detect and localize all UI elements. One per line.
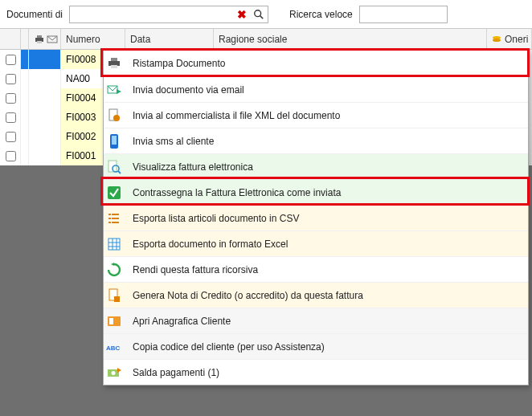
documenti-label: Documenti di	[6, 9, 63, 20]
svg-rect-3	[37, 35, 42, 38]
ricerca-label: Ricerca veloce	[289, 9, 353, 20]
context-menu: Ristampa Documento Invia documento via e…	[103, 50, 529, 385]
ctx-salda-label: Salda pagamenti (1)	[125, 367, 219, 378]
ctx-view-fe[interactable]: Visualizza fattura elettronica	[104, 153, 528, 179]
row-checkbox-cell	[0, 127, 21, 146]
coins-icon	[492, 35, 501, 43]
svg-line-19	[118, 171, 121, 173]
row-sel-cell	[21, 50, 29, 69]
ctx-csv[interactable]: Esporta lista articoli documento in CSV	[104, 205, 528, 230]
row-checkbox-cell	[0, 108, 21, 127]
svg-rect-21	[108, 214, 111, 215]
toolbar: Documenti di ✖ Ricerca veloce	[0, 0, 532, 29]
header-icons-col	[29, 29, 61, 49]
svg-rect-26	[112, 222, 119, 223]
table-icon	[104, 238, 125, 251]
row-sel-cell	[21, 69, 29, 88]
ctx-anagrafica-label: Apri Anagrafica Cliente	[125, 316, 231, 327]
row-sel-cell	[21, 127, 29, 146]
ctx-xml[interactable]: Invia al commercialista il file XML del …	[104, 102, 528, 128]
mail-send-icon	[104, 84, 125, 96]
row-icons-cell	[29, 127, 61, 146]
row-checkbox[interactable]	[6, 112, 16, 123]
svg-rect-27	[108, 239, 120, 250]
row-sel-cell	[21, 108, 29, 127]
column-headers: Numero Data Ragione sociale Oneri	[0, 29, 532, 50]
svg-point-39	[112, 371, 116, 375]
svg-rect-24	[112, 218, 119, 219]
doc-plus-icon	[104, 288, 125, 303]
row-checkbox[interactable]	[6, 55, 16, 65]
ctx-recursive[interactable]: Rendi questa fattura ricorsiva	[104, 256, 528, 282]
ctx-copy-code-label: Copia codice del cliente (per uso Assist…	[125, 341, 325, 353]
abc-icon: ABC	[104, 342, 125, 352]
clear-icon[interactable]: ✖	[234, 8, 250, 21]
ricerca-veloce-wrap	[359, 6, 448, 23]
svg-rect-25	[108, 222, 111, 223]
documents-grid: Numero Data Ragione sociale Oneri FI0008…	[0, 29, 532, 416]
svg-rect-23	[108, 218, 111, 219]
ctx-excel[interactable]: Esporta documento in formato Excel	[104, 230, 528, 256]
row-checkbox-cell	[0, 50, 21, 69]
ctx-xml-label: Invia al commercialista il file XML del …	[125, 110, 340, 121]
row-icons-cell	[29, 146, 61, 165]
row-icons-cell	[29, 50, 61, 69]
ctx-anagrafica[interactable]: Apri Anagrafica Cliente	[104, 308, 528, 333]
ctx-mark-sent-label: Contrassegna la Fattura Elettronica come…	[125, 187, 341, 198]
ctx-salda[interactable]: Salda pagamenti (1)	[104, 359, 528, 385]
ctx-copy-code[interactable]: ABC Copia codice del cliente (per uso As…	[104, 333, 528, 359]
ctx-recursive-label: Rendi questa fattura ricorsiva	[125, 264, 258, 275]
svg-marker-32	[111, 263, 114, 266]
file-xml-icon	[104, 108, 125, 123]
ctx-nota-credito-label: Genera Nota di Credito (o accredito) da …	[125, 290, 363, 301]
svg-marker-12	[117, 89, 121, 94]
header-sel-col	[21, 29, 29, 49]
printer-icon	[104, 57, 125, 70]
ctx-view-fe-label: Visualizza fattura elettronica	[125, 161, 253, 173]
ctx-ristampa[interactable]: Ristampa Documento	[104, 51, 528, 76]
row-checkbox-cell	[0, 69, 21, 88]
documenti-search-input[interactable]	[70, 7, 234, 22]
row-icons-cell	[29, 69, 61, 88]
row-checkbox-cell	[0, 146, 21, 165]
ctx-excel-label: Esporta documento in formato Excel	[125, 239, 288, 250]
row-checkbox[interactable]	[6, 132, 16, 142]
phone-icon	[104, 134, 125, 149]
ctx-mark-sent[interactable]: Contrassegna la Fattura Elettronica come…	[104, 179, 528, 205]
row-icons-cell	[29, 108, 61, 127]
header-checkbox-col	[0, 29, 21, 49]
header-oneri[interactable]: Oneri	[487, 29, 532, 49]
svg-rect-34	[114, 296, 120, 302]
svg-rect-20	[108, 186, 121, 199]
ctx-email[interactable]: Invia documento via email	[104, 76, 528, 102]
header-ragione[interactable]: Ragione sociale	[214, 29, 487, 49]
header-data[interactable]: Data	[125, 29, 214, 49]
svg-rect-9	[111, 58, 117, 61]
svg-point-14	[113, 115, 120, 121]
svg-rect-4	[37, 41, 42, 43]
row-checkbox[interactable]	[6, 74, 16, 84]
header-numero[interactable]: Numero	[61, 29, 125, 49]
ctx-sms[interactable]: Invia sms al cliente	[104, 128, 528, 153]
svg-rect-10	[111, 65, 117, 68]
row-sel-cell	[21, 88, 29, 108]
ctx-csv-label: Esporta lista articoli documento in CSV	[125, 213, 299, 224]
recycle-icon	[104, 263, 125, 277]
search-icon[interactable]	[253, 9, 264, 20]
ctx-email-label: Invia documento via email	[125, 84, 244, 96]
svg-rect-22	[112, 214, 119, 215]
card-icon	[104, 316, 125, 327]
svg-point-0	[255, 10, 261, 16]
documenti-search-wrap: ✖	[69, 6, 268, 23]
money-icon	[104, 367, 125, 378]
row-sel-cell	[21, 146, 29, 165]
svg-text:ABC: ABC	[106, 345, 121, 352]
row-checkbox[interactable]	[6, 151, 16, 161]
check-icon	[104, 186, 125, 200]
svg-rect-16	[112, 136, 117, 145]
list-icon	[104, 212, 125, 225]
row-checkbox[interactable]	[6, 93, 16, 104]
ctx-nota-credito[interactable]: Genera Nota di Credito (o accredito) da …	[104, 282, 528, 308]
ricerca-veloce-input[interactable]	[360, 7, 447, 22]
ctx-sms-label: Invia sms al cliente	[125, 136, 214, 147]
